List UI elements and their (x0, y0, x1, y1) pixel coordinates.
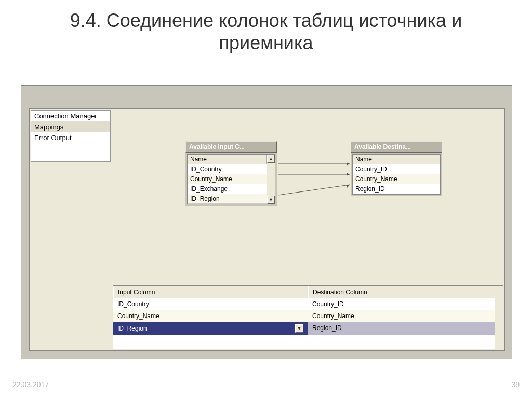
dest-box-header[interactable]: Name (353, 155, 440, 164)
dialog-window: Connection Manager Mappings Error Output… (21, 85, 512, 359)
grid-cell-input[interactable]: ID_Country (113, 298, 308, 310)
input-col-country-name[interactable]: Country_Name (188, 174, 267, 184)
svg-marker-3 (347, 173, 350, 176)
mapping-connectors (277, 141, 351, 224)
svg-line-4 (278, 185, 350, 195)
scroll-track[interactable] (267, 163, 275, 196)
sidebar-item-mappings[interactable]: Mappings (31, 121, 110, 132)
input-col-id-region[interactable]: ID_Region (188, 194, 267, 204)
svg-marker-1 (347, 162, 350, 166)
slide-title: 9.4. Соединение колонок таблиц источника… (0, 0, 532, 59)
grid-cell-dest[interactable]: Country_Name (308, 310, 503, 322)
grid-row[interactable]: Country_Name Country_Name (113, 310, 503, 322)
grid-header-destination[interactable]: Destination Column (308, 286, 503, 298)
grid-cell-input-value: ID_Region (117, 325, 147, 332)
dest-col-country-id[interactable]: Country_ID (353, 164, 440, 174)
grid-header-input[interactable]: Input Column (113, 286, 308, 298)
input-box-header[interactable]: Name (188, 155, 267, 164)
grid-cell-dest[interactable]: Country_ID (308, 298, 503, 310)
sidebar-item-connection-manager[interactable]: Connection Manager (31, 111, 110, 121)
input-col-id-country[interactable]: ID_Country (188, 164, 267, 174)
mapping-grid: Input Column Destination Column ID_Count… (113, 285, 503, 349)
footer-page: 39 (511, 380, 520, 389)
dialog-inner: Connection Manager Mappings Error Output… (29, 108, 505, 351)
grid-scrollbar[interactable] (495, 286, 503, 349)
scroll-up-icon[interactable]: ▲ (267, 155, 275, 163)
dest-col-country-name[interactable]: Country_Name (353, 174, 440, 184)
scroll-down-icon[interactable]: ▼ (267, 196, 275, 204)
dest-col-region-id[interactable]: Region_ID (353, 184, 440, 194)
grid-cell-input[interactable]: Country_Name (113, 310, 308, 322)
input-box-scrollbar[interactable]: ▲ ▼ (267, 155, 275, 204)
svg-marker-5 (346, 185, 350, 188)
grid-cell-input-dropdown[interactable]: ID_Region ▼ (113, 322, 308, 335)
input-box-title: Available Input C... (185, 141, 277, 153)
sidebar: Connection Manager Mappings Error Output (31, 110, 111, 162)
available-input-columns-box: Available Input C... Name ID_Country Cou… (185, 141, 277, 206)
mapping-canvas: Available Input C... Name ID_Country Cou… (113, 110, 503, 284)
input-col-id-exchange[interactable]: ID_Exchange (188, 184, 267, 194)
sidebar-item-error-output[interactable]: Error Output (31, 132, 110, 143)
available-destination-columns-box: Available Destina... Name Country_ID Cou… (351, 141, 442, 196)
dropdown-icon[interactable]: ▼ (295, 324, 303, 333)
footer-date: 22.03.2017 (12, 380, 49, 389)
grid-row[interactable]: ID_Country Country_ID (113, 298, 503, 310)
grid-cell-dest[interactable]: Region_ID (308, 322, 503, 335)
dest-box-title: Available Destina... (351, 141, 442, 153)
grid-row-selected[interactable]: ID_Region ▼ Region_ID (113, 322, 503, 335)
